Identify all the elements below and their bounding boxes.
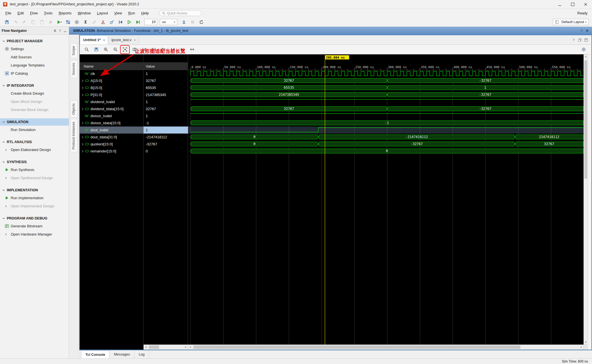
signal-value-b-15-0[interactable]: 65535 [143,84,188,91]
fn-section-project-manager[interactable]: PROJECT MANAGER [0,37,69,45]
expander-icon[interactable] [81,79,84,82]
bottom-tab-log[interactable]: Log [134,350,149,358]
scrollbar-thumb[interactable] [193,345,520,349]
signal-value-p-31-0[interactable]: 2147385345 [143,91,188,98]
fn-section-rtl-analysis[interactable]: RTL ANALYSIS [0,138,69,146]
waveform-canvas[interactable]: 0.000 ns50.000 ns100.000 ns150.000 ns200… [188,54,584,345]
expander-icon[interactable] [81,143,84,146]
scroll-up-icon[interactable] [584,55,588,59]
fn-section-synthesis[interactable]: SYNTHESIS [0,158,69,166]
signal-row-dividend-tdata-15-0[interactable]: dividend_tdata[15:0] [80,105,143,112]
wave-row-b-15-0[interactable]: 655351 [191,85,583,90]
fn-item-open-block-design[interactable]: Open Block Design [0,97,69,106]
time-ruler[interactable]: 0.000 ns50.000 ns100.000 ns150.000 ns200… [188,65,584,70]
bottom-tab-tcl-console[interactable]: Tcl Console [81,350,110,358]
close-icon[interactable]: × [103,38,105,42]
dashboard-button[interactable] [64,18,72,26]
fn-item-generate-block-design[interactable]: Generate Block Design [0,106,69,114]
run-flow-button[interactable]: ▾ [55,18,63,26]
fn-section-ip-integrator[interactable]: IP INTEGRATOR [0,82,69,89]
signal-value-clk[interactable]: 1 [143,70,188,77]
scroll-left-icon[interactable] [144,345,148,349]
signal-value-dout-tvalid[interactable]: 1 [143,126,188,134]
maximize-panel-icon[interactable] [584,38,588,42]
signal-row-b-15-0[interactable]: B[15:0] [80,84,143,91]
zoom-in-button[interactable] [102,46,110,53]
run-time-input[interactable] [144,19,157,25]
side-tab-protocol-instances[interactable]: Protocol Instances [70,119,78,152]
signal-value-dout-tdata-31-0[interactable]: -2147418112 [143,134,188,141]
wave-horizontal-scrollbar[interactable] [188,345,584,350]
time-cursor[interactable]: 205.004 ns [325,55,349,345]
fn-section-simulation[interactable]: SIMULATION [0,118,69,126]
menu-flow[interactable]: Flow [27,10,41,17]
probe-button[interactable] [108,18,116,26]
expander-icon[interactable] [81,86,84,89]
wave-row-quotient-15-0[interactable]: 0-3276732767 [191,142,583,146]
swap-icon[interactable] [53,29,57,33]
undo-button[interactable] [12,18,19,26]
time-unit-select[interactable]: us▾ [160,19,177,25]
wave-row-divisor-tdata-15-0[interactable]: -1 [191,121,583,125]
fn-item-ip-catalog[interactable]: IP Catalog [0,69,69,77]
help-icon[interactable]: ? [58,29,62,33]
scrollbar-thumb[interactable] [149,345,159,349]
wave-row-dividend-tdata-15-0[interactable]: 32767-32767 [191,106,583,111]
expander-icon[interactable] [81,122,84,125]
fn-item-settings[interactable]: Settings [0,45,69,53]
signal-value-quotient-15-0[interactable]: -32767 [143,141,188,148]
menu-view[interactable]: View [111,10,125,17]
close-icon[interactable]: × [134,38,136,42]
signal-value-a-15-0[interactable]: 32767 [143,77,188,84]
scroll-right-icon[interactable] [184,345,188,349]
expander-icon[interactable] [81,94,84,96]
menu-file[interactable]: File [2,10,14,17]
wave-row-p-31-0[interactable]: 2147385345-32767 [191,92,583,97]
side-tab-sources[interactable]: Sources [70,60,78,78]
name-panel-scrollbar[interactable] [80,345,188,350]
step-button[interactable] [180,18,188,26]
scrollbar-thumb[interactable] [584,60,587,179]
menu-run[interactable]: Run [125,10,138,17]
collapse-icon[interactable] [63,29,67,33]
fn-item-open-elaborated-design[interactable]: Open Elaborated Design [0,146,69,154]
menu-layout[interactable]: Layout [94,10,111,17]
layout-select[interactable]: Default Layout▾ [553,19,589,25]
paste-button[interactable] [38,18,46,26]
signal-value-dividend-tdata-15-0[interactable]: 32767 [143,105,188,112]
wave-row-clk[interactable] [191,71,583,76]
pause-button[interactable] [189,18,196,26]
signal-value-divisor-tvalid[interactable]: 1 [143,112,188,119]
expander-icon[interactable] [81,136,84,139]
minimize-button[interactable] [553,0,566,8]
wave-row-dout-tvalid[interactable] [188,126,584,134]
signal-value-dividend-tvalid[interactable]: 1 [143,98,188,105]
fn-item-run-implementation[interactable]: Run Implementation [0,194,69,202]
signal-row-remainder-15-0[interactable]: remainder[15:0] [80,148,143,155]
cut-button[interactable] [99,18,107,26]
fn-item-language-templates[interactable]: Language Templates [0,61,69,69]
menu-window[interactable]: Window [75,10,94,17]
signal-row-dividend-tvalid[interactable]: dividend_tvalid [80,98,143,105]
fn-item-open-synthesized-design[interactable]: Open Synthesized Design [0,174,69,182]
maximize-button[interactable] [566,0,579,8]
save-wave-button[interactable] [92,46,100,53]
copy-button[interactable] [29,18,37,26]
signal-row-p-31-0[interactable]: P[31:0] [80,91,143,98]
scroll-left-icon[interactable] [188,345,192,349]
scroll-right-icon[interactable] [579,345,583,349]
wave-row-a-15-0[interactable]: 32767-32767 [191,78,583,83]
fn-item-create-block-design[interactable]: Create Block Design [0,89,69,97]
menu-help[interactable]: Help [138,10,152,17]
menu-edit[interactable]: Edit [14,10,27,17]
wave-row-dout-tdata-31-0[interactable]: 0-21474181122147418112 [191,135,583,139]
side-tab-scope[interactable]: Scope [70,43,78,58]
settings-gear-button[interactable] [73,18,81,26]
fn-item-generate-bitstream[interactable]: Generate Bitstream [0,222,69,230]
fn-section-implementation[interactable]: IMPLEMENTATION [0,187,69,194]
redo-button[interactable] [20,18,28,26]
sum-button[interactable]: Σ [81,18,89,26]
fn-item-run-synthesis[interactable]: Run Synthesis [0,166,69,174]
fn-item-add-sources[interactable]: Add Sources [0,53,69,61]
wave-vertical-scrollbar[interactable] [584,54,588,345]
